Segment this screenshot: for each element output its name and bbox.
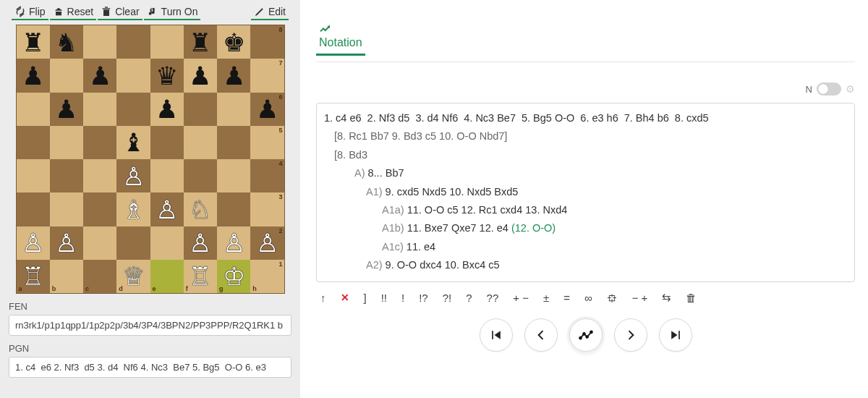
piece-wQ[interactable]: ♕ [122,263,145,289]
square-d2[interactable] [116,226,150,260]
piece-wP[interactable]: ♙ [256,230,278,255]
square-g6[interactable] [217,93,250,126]
square-c3[interactable] [83,192,116,226]
square-g1[interactable]: g♔ [217,260,250,293]
square-b6[interactable]: ♟ [50,93,83,126]
piece-wP[interactable]: ♙ [122,164,145,189]
chessboard[interactable]: ♜♞♜♚8♟♟♛♟♟7♟♟6♟♝5♙4♗♙♘3♙♙♙♙2♙a♖bcd♕ef♖g♔… [16,25,285,294]
square-g7[interactable]: ♟ [217,59,250,92]
piece-bR[interactable]: ♜ [22,30,44,55]
square-a1[interactable]: a♖ [17,260,50,293]
square-b1[interactable]: b [50,260,83,293]
square-h3[interactable]: 3 [250,192,284,226]
interesting-button[interactable]: !? [419,292,428,304]
notation-variation[interactable]: A1b) 11. Bxe7 Qxe7 12. e4 (12. O-O) [324,219,847,237]
white-winning-button[interactable]: + − [513,292,529,304]
square-c2[interactable] [83,226,116,260]
piece-wP[interactable]: ♙ [22,230,44,255]
pgn-input[interactable] [9,357,292,378]
delete-move-button[interactable]: ✕ [341,292,349,303]
tab-notation[interactable]: Notation [316,22,365,56]
close-bracket-button[interactable]: ] [364,292,367,304]
variation-tree-button[interactable] [569,318,603,352]
notation-variation[interactable]: A1a) 11. O-O c5 12. Rc1 cxd4 13. Nxd4 [324,201,847,219]
square-g2[interactable]: ♙ [217,226,250,260]
unclear-button[interactable]: ∞ [584,292,592,304]
notation-variation[interactable]: A1c) 11. e4 [324,238,847,256]
edit-button[interactable]: Edit [251,4,289,20]
equal-button[interactable]: = [563,292,570,304]
piece-wB[interactable]: ♗ [122,197,145,222]
square-h1[interactable]: 1h [250,260,284,293]
square-h7[interactable]: 7 [250,59,284,92]
piece-bP[interactable]: ♟ [22,63,44,88]
flip-button[interactable]: Flip [12,4,48,20]
square-g8[interactable]: ♚ [217,25,250,59]
square-h8[interactable]: 8 [250,25,284,59]
engine-toggle[interactable] [817,82,841,96]
compensation-button[interactable]: ⯐ [607,292,618,304]
fen-input[interactable] [9,315,292,336]
square-a2[interactable]: ♙ [17,226,50,260]
square-b4[interactable] [50,159,83,192]
piece-wR[interactable]: ♖ [189,263,211,289]
piece-wK[interactable]: ♔ [223,263,245,289]
square-e5[interactable] [150,126,184,159]
piece-bN[interactable]: ♞ [55,30,77,55]
square-c8[interactable] [83,25,116,59]
promote-variation-button[interactable]: ↑ [320,292,326,304]
square-h4[interactable]: 4 [250,159,284,192]
square-h6[interactable]: 6♟ [250,93,284,126]
good-move-button[interactable]: ! [401,292,404,304]
square-h2[interactable]: 2♙ [250,226,284,260]
square-d7[interactable] [116,59,150,92]
square-d5[interactable]: ♝ [116,126,150,159]
square-f5[interactable] [184,126,217,159]
notation-variation[interactable]: A2) 9. O-O dxc4 10. Bxc4 c5 [324,256,847,274]
piece-wP[interactable]: ♙ [55,230,77,255]
square-g5[interactable] [217,126,250,159]
mistake-button[interactable]: ? [466,292,472,304]
square-f2[interactable]: ♙ [184,226,217,260]
square-e3[interactable]: ♙ [150,192,184,226]
square-f8[interactable]: ♜ [184,25,217,59]
prev-move-button[interactable] [524,318,558,352]
square-c6[interactable] [83,93,116,126]
turn-on-button[interactable]: Turn On [144,4,201,20]
square-b2[interactable]: ♙ [50,226,83,260]
square-e6[interactable]: ♟ [150,93,184,126]
square-c4[interactable] [83,159,116,192]
piece-wN[interactable]: ♘ [189,197,211,222]
clear-button[interactable]: Clear [98,4,142,20]
square-a4[interactable] [17,159,50,192]
piece-wP[interactable]: ♙ [189,230,211,255]
square-g4[interactable] [217,159,250,192]
first-move-button[interactable] [480,318,513,352]
square-e2[interactable] [150,226,184,260]
piece-bR[interactable]: ♜ [189,30,211,55]
notation-variation[interactable]: A1) 9. cxd5 Nxd5 10. Nxd5 Bxd5 [324,183,847,201]
piece-bB[interactable]: ♝ [122,130,145,155]
square-a6[interactable] [17,93,50,126]
piece-bP[interactable]: ♟ [55,96,77,122]
piece-bP[interactable]: ♟ [256,96,278,122]
notation-variation[interactable]: [8. Bd3 [324,146,847,164]
piece-bP[interactable]: ♟ [156,96,178,122]
white-better-button[interactable]: ± [543,292,549,304]
square-b3[interactable] [50,192,83,226]
square-b7[interactable] [50,59,83,92]
clear-annot-button[interactable]: 🗑 [686,292,697,304]
square-a8[interactable]: ♜ [17,25,50,59]
square-f6[interactable] [184,93,217,126]
piece-bK[interactable]: ♚ [223,30,245,55]
piece-wR[interactable]: ♖ [22,263,44,289]
notation-variation[interactable]: A) 8... Bb7 [324,164,847,182]
square-h5[interactable]: 5 [250,126,284,159]
square-f4[interactable] [184,159,217,192]
swap-button[interactable]: ⇆ [662,291,671,304]
square-f3[interactable]: ♘ [184,192,217,226]
brilliant-button[interactable]: !! [381,292,387,304]
square-b8[interactable]: ♞ [50,25,83,59]
square-e4[interactable] [150,159,184,192]
square-d3[interactable]: ♗ [116,192,150,226]
